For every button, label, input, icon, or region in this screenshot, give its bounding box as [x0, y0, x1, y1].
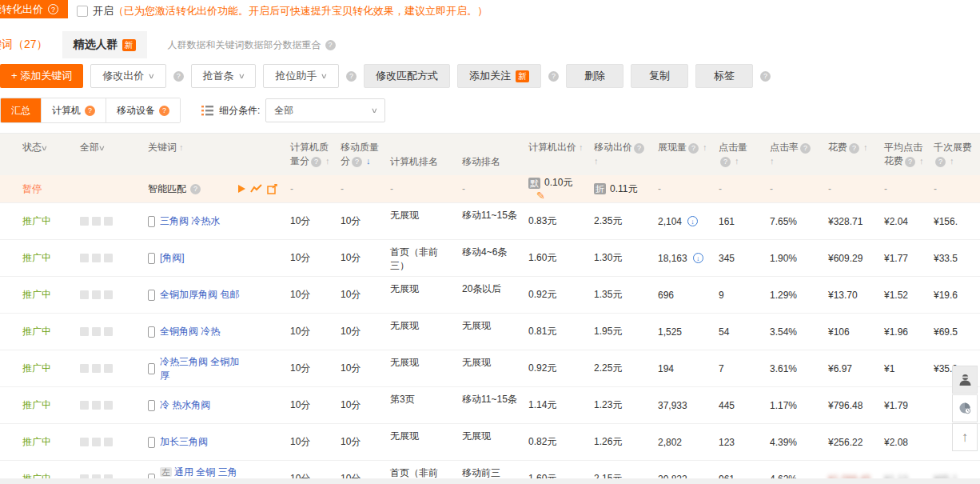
smart-bid-button[interactable]: 智能转化出价 ? — [0, 0, 68, 18]
help-icon[interactable]: ? — [849, 143, 859, 154]
impressions: 2,104↓ — [651, 203, 712, 239]
tag-button[interactable]: 标签 — [695, 64, 753, 88]
column-header[interactable]: 计算机排名 — [384, 134, 456, 172]
modify-match-button[interactable]: 修改匹配方式 — [364, 64, 450, 88]
help-icon[interactable]: ? — [346, 71, 357, 82]
impressions: 37,933 — [651, 387, 712, 423]
sort-up-icon[interactable]: ↑ — [323, 156, 330, 166]
tab-mobile-label: 移动设备 — [117, 104, 155, 118]
help-icon[interactable]: ? — [173, 71, 184, 82]
help-icon[interactable]: ? — [325, 40, 336, 50]
help-icon[interactable]: ? — [190, 184, 201, 194]
column-header[interactable]: 点击量? ↑ — [712, 134, 763, 171]
add-keyword-button[interactable]: + 添加关键词 — [0, 64, 83, 88]
trend-info-icon[interactable]: ↓ — [693, 253, 703, 263]
column-header[interactable]: 千次展费? ↑ — [927, 134, 980, 171]
help-icon[interactable]: ? — [935, 157, 946, 167]
keyword-link[interactable]: 全铜加厚角阀 包邮 — [160, 288, 240, 302]
tab-keywords[interactable]: 关键词（27） — [0, 31, 62, 58]
empty-value: - — [878, 183, 927, 194]
tag-square — [92, 401, 101, 410]
column-header[interactable]: 平均点击花费? ↑ — [878, 134, 927, 171]
customer-service-icon — [958, 373, 972, 386]
copy-button[interactable]: 复制 — [631, 64, 688, 88]
tag-square — [80, 327, 89, 336]
column-header[interactable]: 状态 ∨ — [0, 134, 74, 158]
add-watch-button[interactable]: 添加关注 新 — [457, 64, 541, 88]
pc-quality-score: 10分 — [284, 387, 334, 423]
tab-audience[interactable]: 精选人群 新 — [62, 31, 147, 58]
help-icon[interactable]: ? — [311, 157, 321, 167]
helper-ball-button[interactable] — [952, 394, 978, 422]
help-icon[interactable]: ? — [48, 4, 58, 14]
help-icon[interactable]: ? — [905, 157, 915, 167]
tab-summary[interactable]: 汇总 — [1, 98, 41, 122]
column-header-label: 千次展费 — [934, 142, 972, 153]
keyword-link[interactable]: 三角阀 冷热水 — [160, 214, 240, 228]
modify-bid-button[interactable]: 修改出价∨ — [90, 64, 166, 88]
help-icon[interactable]: ? — [760, 71, 771, 82]
keyword-link[interactable]: 冷 热水角阀 — [160, 398, 240, 412]
ctr: 3.54% — [763, 314, 822, 350]
play-icon[interactable] — [238, 185, 245, 193]
pc-rank: 首页（非前三） — [384, 240, 456, 276]
sort-up-icon[interactable]: ↑ — [700, 142, 707, 152]
trend-info-icon[interactable]: ↓ — [687, 216, 698, 226]
help-icon[interactable]: ? — [720, 157, 731, 167]
column-header[interactable]: 点击率? ↑ — [763, 134, 822, 171]
table-row: 推广中冷热三角阀 全铜加厚10分10分无展现无展现0.92元2.25元19473… — [0, 350, 980, 386]
grab-top-button[interactable]: 抢首条∨ — [191, 64, 257, 88]
help-icon[interactable]: ? — [548, 71, 559, 82]
tab-mobile[interactable]: 移动设备 ? — [106, 98, 180, 122]
edit-pencil-icon[interactable]: ✎ — [536, 190, 545, 202]
customer-service-button[interactable] — [952, 366, 978, 394]
keyword-link[interactable]: 冷热三角阀 全铜加厚 — [160, 355, 240, 382]
column-header[interactable]: 花费? ↑ — [822, 134, 878, 158]
help-icon[interactable]: ? — [352, 157, 362, 167]
empty-value: - — [334, 183, 384, 194]
copy-icon[interactable] — [267, 184, 277, 194]
sort-up-icon[interactable]: ↑ — [594, 156, 599, 166]
empty-value: - — [284, 183, 334, 194]
mobile-rank: 无展现 — [456, 350, 522, 386]
chart-icon[interactable] — [250, 184, 262, 194]
column-header[interactable]: 移动出价? ↑ — [588, 134, 651, 171]
rank-assistant-button[interactable]: 抢位助手∨ — [263, 64, 339, 88]
column-header[interactable]: 关键词 ↑ — [141, 134, 284, 158]
sort-up-icon[interactable]: ↑ — [947, 156, 954, 166]
keyword-link[interactable]: 加长三角阀 — [160, 435, 240, 449]
column-header[interactable]: 计算机质量分? ↑ — [284, 134, 334, 171]
segment-select[interactable]: 全部 ∨ — [265, 98, 385, 122]
column-header[interactable]: 展现量? ↑ — [651, 134, 712, 158]
back-to-top-button[interactable]: ↑ — [952, 423, 978, 451]
delete-button[interactable]: 删除 — [566, 64, 623, 88]
keyword-link[interactable]: 全铜角阀 冷热 — [160, 325, 240, 338]
column-header[interactable]: 移动质量分? ↓ — [334, 134, 384, 171]
avg-click-cost: ¥2.08 — [878, 424, 927, 460]
column-header[interactable]: 移动排名 — [456, 134, 522, 172]
keyword-table: 状态 ∨全部 ∨关键词 ↑计算机质量分? ↑移动质量分? ↓计算机排名移动排名计… — [0, 133, 980, 484]
status-badge: 推广中 — [0, 424, 74, 460]
ctr: 1.29% — [763, 277, 822, 313]
enable-checkbox[interactable] — [77, 6, 88, 17]
sort-up-icon[interactable]: ↑ — [576, 142, 584, 152]
column-header[interactable]: 计算机出价 ↑ — [522, 134, 588, 158]
sort-up-icon[interactable]: ↑ — [917, 156, 924, 166]
sort-up-icon[interactable]: ↑ — [177, 142, 184, 152]
sort-up-icon[interactable]: ↑ — [732, 156, 739, 166]
sort-up-icon[interactable]: ↑ — [861, 142, 868, 152]
keyword-link[interactable]: [角阀] — [160, 251, 240, 265]
help-icon[interactable]: ? — [85, 106, 95, 116]
column-header[interactable]: 全部 ∨ — [74, 134, 141, 158]
sort-down-icon[interactable]: ↓ — [364, 156, 371, 166]
help-icon[interactable]: ? — [688, 143, 699, 154]
column-header-label: 花费 — [828, 142, 847, 153]
help-icon[interactable]: ? — [800, 143, 811, 154]
table-body: 推广中三角阀 冷热水10分10分无展现移动11~15条0.83元2.35元2,1… — [0, 202, 980, 484]
clicks: 445 — [712, 387, 763, 423]
sort-up-icon[interactable]: ↑ — [770, 156, 775, 166]
pc-rank: 无展现 — [384, 277, 456, 313]
tab-computer[interactable]: 计算机 ? — [41, 98, 106, 122]
help-icon[interactable]: ? — [634, 143, 644, 154]
help-icon[interactable]: ? — [159, 106, 169, 116]
